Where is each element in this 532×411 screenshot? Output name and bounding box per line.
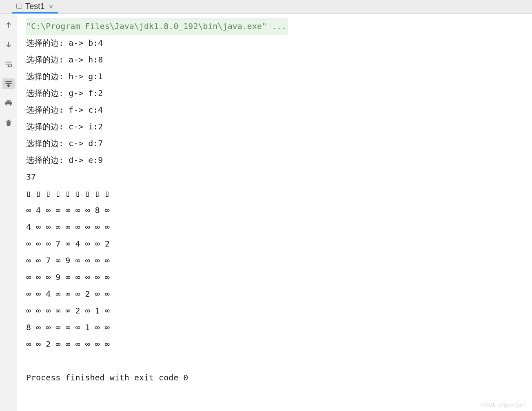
matrix-row: ∞ ∞ 2 ∞ ∞ ∞ ∞ ∞ ∞ bbox=[26, 339, 110, 349]
svg-rect-0 bbox=[7, 104, 10, 107]
matrix-row: 8 ∞ ∞ ∞ ∞ ∞ 1 ∞ ∞ bbox=[26, 322, 110, 332]
tab-label: Test1 bbox=[25, 2, 45, 11]
tab-test1[interactable]: Test1 × bbox=[12, 0, 58, 13]
output-line: 选择的边: h-> g:1 bbox=[26, 71, 103, 81]
output-line: 选择的边: g-> f:2 bbox=[26, 88, 103, 98]
output-total: 37 bbox=[26, 172, 36, 182]
scroll-to-end-icon[interactable] bbox=[2, 78, 15, 89]
matrix-row: 4 ∞ ∞ ∞ ∞ ∞ ∞ ∞ ∞ bbox=[26, 222, 110, 232]
output-line: 选择的边: a-> h:8 bbox=[26, 55, 103, 64]
output-line: 选择的边: c-> i:2 bbox=[26, 122, 103, 131]
close-icon[interactable]: × bbox=[48, 2, 54, 11]
tab-bar: Test1 × bbox=[0, 0, 532, 14]
command-line: "C:\Program Files\Java\jdk1.8.0_192\bin\… bbox=[26, 18, 288, 35]
console-toolbar bbox=[0, 14, 17, 411]
matrix-row: ∞ ∞ ∞ 9 ∞ ∞ ∞ ∞ ∞ bbox=[26, 272, 110, 282]
print-icon[interactable] bbox=[3, 98, 14, 109]
matrix-row: ∞ ∞ 4 ∞ ∞ ∞ 2 ∞ ∞ bbox=[26, 289, 110, 299]
output-line: 选择的边: a-> b:4 bbox=[26, 38, 103, 48]
output-line: 选择的边: c-> d:7 bbox=[26, 138, 103, 148]
matrix-header: ▯ ▯ ▯ ▯ ▯ ▯ ▯ ▯ ▯ bbox=[26, 189, 110, 198]
run-config-icon bbox=[16, 4, 22, 9]
main-area: "C:\Program Files\Java\jdk1.8.0_192\bin\… bbox=[0, 14, 532, 411]
matrix-row: ∞ ∞ 7 ∞ 9 ∞ ∞ ∞ ∞ bbox=[26, 255, 110, 265]
output-line: 选择的边: f-> c:4 bbox=[26, 105, 103, 115]
matrix-row: ∞ 4 ∞ ∞ ∞ ∞ ∞ 8 ∞ bbox=[26, 205, 110, 215]
arrow-down-icon[interactable] bbox=[3, 39, 14, 50]
output-line: 选择的边: d-> e:9 bbox=[26, 155, 103, 165]
console-output[interactable]: "C:\Program Files\Java\jdk1.8.0_192\bin\… bbox=[17, 14, 532, 411]
exit-line: Process finished with exit code 0 bbox=[26, 373, 188, 382]
arrow-up-icon[interactable] bbox=[3, 20, 14, 30]
matrix-row: ∞ ∞ ∞ 7 ∞ 4 ∞ ∞ 2 bbox=[26, 239, 110, 249]
matrix-row: ∞ ∞ ∞ ∞ ∞ 2 ∞ 1 ∞ bbox=[26, 306, 110, 315]
soft-wrap-icon[interactable] bbox=[3, 59, 14, 69]
watermark: CSDN @gobeyye bbox=[481, 402, 525, 408]
trash-icon[interactable] bbox=[3, 118, 14, 128]
